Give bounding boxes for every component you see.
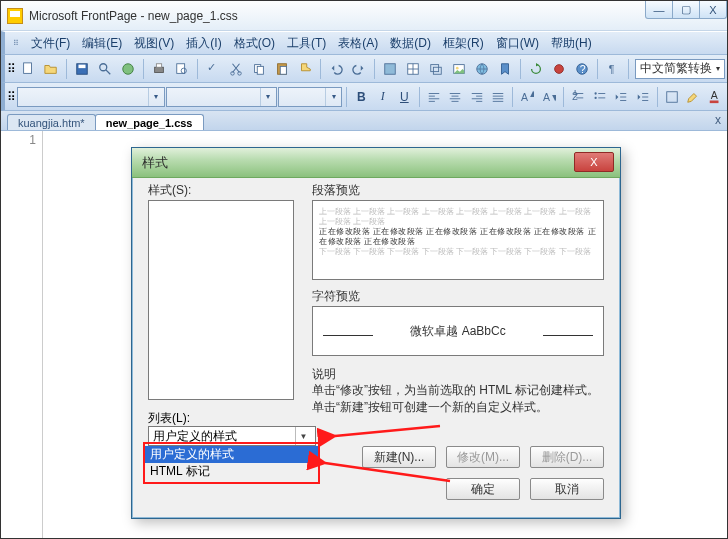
font-combo[interactable]: ▾ bbox=[166, 87, 277, 107]
refresh-icon[interactable] bbox=[525, 58, 547, 80]
svg-text:A: A bbox=[711, 90, 718, 101]
web-component-icon[interactable] bbox=[379, 58, 401, 80]
outdent-icon[interactable] bbox=[611, 86, 631, 108]
align-center-icon[interactable] bbox=[445, 86, 465, 108]
menu-table[interactable]: 表格(A) bbox=[332, 32, 384, 55]
grip-icon: ⠿ bbox=[7, 90, 16, 104]
bullets-icon[interactable] bbox=[589, 86, 609, 108]
borders-icon[interactable] bbox=[662, 86, 682, 108]
help-icon[interactable]: ? bbox=[571, 58, 593, 80]
style-combo[interactable]: ▾ bbox=[17, 87, 165, 107]
svg-point-3 bbox=[100, 63, 107, 70]
paste-icon[interactable] bbox=[271, 58, 293, 80]
font-grow-icon[interactable]: A▲ bbox=[517, 86, 537, 108]
stop-icon[interactable] bbox=[548, 58, 570, 80]
size-combo[interactable]: ▾ bbox=[278, 87, 343, 107]
separator bbox=[346, 87, 347, 107]
spell-icon[interactable]: ✓ bbox=[202, 58, 224, 80]
formatting-toolbar: ⠿ ▾ ▾ ▾ B I U A▲ A▼ 12 A bbox=[1, 83, 727, 111]
separator bbox=[66, 59, 67, 79]
layer-icon[interactable] bbox=[425, 58, 447, 80]
chevron-down-icon: ▾ bbox=[716, 64, 720, 73]
tab-new-page-1-css[interactable]: new_page_1.css bbox=[95, 114, 204, 130]
italic-button[interactable]: I bbox=[373, 86, 393, 108]
show-all-icon[interactable]: ¶ bbox=[602, 58, 624, 80]
dropdown-option-html-tag[interactable]: HTML 标记 bbox=[145, 463, 318, 480]
description-text: 单击“修改”按钮，为当前选取的 HTML 标记创建样式。 单击“新建”按钮可创建… bbox=[312, 382, 604, 416]
save-icon[interactable] bbox=[71, 58, 93, 80]
font-color-icon[interactable]: A bbox=[705, 86, 725, 108]
tab-kuangjia[interactable]: kuangjia.htm* bbox=[7, 114, 96, 130]
align-right-icon[interactable] bbox=[466, 86, 486, 108]
menu-data[interactable]: 数据(D) bbox=[384, 32, 437, 55]
grip-icon: ⠿ bbox=[7, 62, 16, 76]
svg-rect-16 bbox=[280, 66, 286, 74]
bold-button[interactable]: B bbox=[351, 86, 371, 108]
menu-view[interactable]: 视图(V) bbox=[128, 32, 180, 55]
separator bbox=[512, 87, 513, 107]
delete-button[interactable]: 删除(D)... bbox=[530, 446, 604, 468]
styles-listbox[interactable] bbox=[148, 200, 294, 400]
close-tab-button[interactable]: x bbox=[715, 113, 721, 127]
underline-button[interactable]: U bbox=[394, 86, 414, 108]
dialog-close-button[interactable]: X bbox=[574, 152, 614, 172]
open-icon[interactable] bbox=[40, 58, 62, 80]
window-controls: — ▢ X bbox=[646, 1, 727, 19]
character-preview: 微软卓越 AaBbCc bbox=[312, 306, 604, 356]
menu-help[interactable]: 帮助(H) bbox=[545, 32, 598, 55]
new-button[interactable]: 新建(N)... bbox=[362, 446, 436, 468]
preview-grey-text-2: 下一段落 下一段落 下一段落 下一段落 下一段落 下一段落 下一段落 下一段落 bbox=[319, 247, 597, 257]
table-icon[interactable] bbox=[402, 58, 424, 80]
dropdown-popup: 用户定义的样式 HTML 标记 bbox=[143, 442, 320, 484]
maximize-button[interactable]: ▢ bbox=[672, 1, 700, 19]
font-shrink-icon[interactable]: A▼ bbox=[539, 86, 559, 108]
bookmark-icon[interactable] bbox=[494, 58, 516, 80]
app-icon bbox=[7, 8, 23, 24]
svg-text:2: 2 bbox=[572, 90, 578, 102]
minimize-button[interactable]: — bbox=[645, 1, 673, 19]
search-icon[interactable] bbox=[94, 58, 116, 80]
separator bbox=[197, 59, 198, 79]
chevron-down-icon: ▾ bbox=[325, 88, 341, 106]
preview-icon[interactable] bbox=[171, 58, 193, 80]
document-tabs: kuangjia.htm* new_page_1.css x bbox=[1, 111, 727, 131]
dropdown-option-user-defined[interactable]: 用户定义的样式 bbox=[145, 446, 318, 463]
menu-edit[interactable]: 编辑(E) bbox=[76, 32, 128, 55]
svg-rect-6 bbox=[155, 67, 164, 72]
menubar: ⠿ 文件(F) 编辑(E) 视图(V) 插入(I) 格式(O) 工具(T) 表格… bbox=[1, 31, 727, 55]
align-justify-icon[interactable] bbox=[488, 86, 508, 108]
new-page-icon[interactable] bbox=[17, 58, 39, 80]
svg-line-67 bbox=[335, 426, 440, 436]
svg-text:▼: ▼ bbox=[550, 90, 556, 102]
cut-icon[interactable] bbox=[225, 58, 247, 80]
close-button[interactable]: X bbox=[699, 1, 727, 19]
indent-icon[interactable] bbox=[632, 86, 652, 108]
modify-button[interactable]: 修改(M)... bbox=[446, 446, 520, 468]
menu-file[interactable]: 文件(F) bbox=[25, 32, 76, 55]
menu-tools[interactable]: 工具(T) bbox=[281, 32, 332, 55]
highlight-icon[interactable] bbox=[683, 86, 703, 108]
svg-rect-7 bbox=[156, 63, 161, 67]
menu-frame[interactable]: 框架(R) bbox=[437, 32, 490, 55]
cancel-button[interactable]: 取消 bbox=[530, 478, 604, 500]
numbering-icon[interactable]: 12 bbox=[568, 86, 588, 108]
hyperlink-icon[interactable] bbox=[471, 58, 493, 80]
menu-insert[interactable]: 插入(I) bbox=[180, 32, 227, 55]
redo-icon[interactable] bbox=[348, 58, 370, 80]
publish-icon[interactable] bbox=[117, 58, 139, 80]
svg-rect-64 bbox=[667, 91, 678, 102]
separator bbox=[419, 87, 420, 107]
menu-format[interactable]: 格式(O) bbox=[228, 32, 281, 55]
svg-text:A: A bbox=[521, 90, 528, 102]
undo-icon[interactable] bbox=[325, 58, 347, 80]
menu-window[interactable]: 窗口(W) bbox=[490, 32, 545, 55]
picture-icon[interactable] bbox=[448, 58, 470, 80]
copy-icon[interactable] bbox=[248, 58, 270, 80]
format-painter-icon[interactable] bbox=[294, 58, 316, 80]
window-title: Microsoft FrontPage - new_page_1.css bbox=[29, 9, 238, 23]
ime-combo[interactable]: 中文简繁转换 ▾ bbox=[635, 59, 725, 79]
line-number: 1 bbox=[1, 133, 36, 147]
print-icon[interactable] bbox=[148, 58, 170, 80]
ok-button[interactable]: 确定 bbox=[446, 478, 520, 500]
align-left-icon[interactable] bbox=[423, 86, 443, 108]
